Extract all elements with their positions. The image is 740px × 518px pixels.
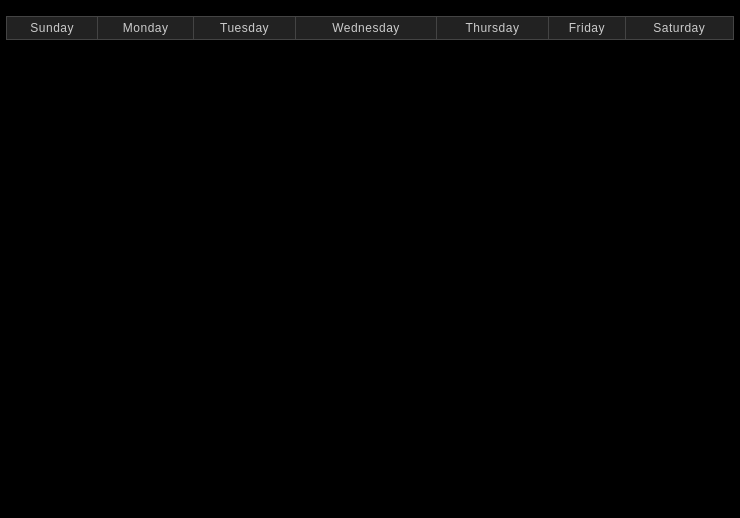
day-header-tuesday: Tuesday [193, 17, 295, 40]
day-header-sunday: Sunday [7, 17, 98, 40]
day-header-friday: Friday [549, 17, 625, 40]
calendar-table: SundayMondayTuesdayWednesdayThursdayFrid… [6, 16, 734, 40]
day-header-thursday: Thursday [436, 17, 549, 40]
day-header-saturday: Saturday [625, 17, 733, 40]
day-header-wednesday: Wednesday [296, 17, 436, 40]
calendar-container: SundayMondayTuesdayWednesdayThursdayFrid… [0, 16, 740, 46]
calendar-header [0, 0, 740, 16]
day-header-monday: Monday [98, 17, 193, 40]
